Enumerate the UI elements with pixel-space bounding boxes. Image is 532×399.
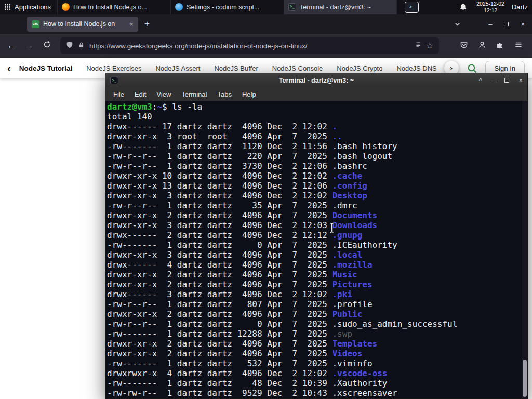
ls-entry: drwxr-xr-x 2 dartz dartz 4096 Apr 7 2025… [107, 309, 520, 319]
ls-entry: drwxr-xr-x 2 dartz dartz 4096 Apr 7 2025… [107, 349, 520, 358]
ls-entry: -rw------- 1 dartz dartz 48 Dec 2 10:39 … [107, 378, 520, 388]
ls-entry: -rw------- 1 dartz dartz 0 Apr 7 2025 .I… [107, 240, 520, 250]
terminal-menubar: FileEditViewTerminalTabsHelp [105, 87, 527, 101]
settings-icon [175, 3, 183, 11]
firefox-icon [62, 3, 70, 11]
menu-icon[interactable] [514, 41, 523, 51]
menu-edit[interactable]: Edit [129, 90, 151, 98]
ls-entry: drwx------ 3 dartz dartz 4096 Dec 2 12:0… [107, 289, 520, 299]
clock-date: 2025-12-02 [476, 1, 504, 7]
close-window-icon[interactable]: × [518, 76, 523, 84]
nav-item[interactable]: NodeJS Console [272, 64, 323, 72]
ls-entry: -rw-r--r-- 1 dartz dartz 807 Apr 7 2025 … [107, 299, 520, 309]
nav-item[interactable]: NodeJS Exercises [86, 64, 141, 72]
ls-entry: drwxr-xr-x 3 dartz dartz 4096 Dec 2 12:0… [107, 191, 520, 201]
menu-help[interactable]: Help [237, 90, 261, 98]
ls-entry: drwxr-xr-x 3 dartz dartz 4096 Dec 2 12:0… [107, 220, 520, 230]
ls-entry: drwxr-xr-x 3 dartz dartz 4096 Apr 7 2025… [107, 250, 520, 260]
menu-file[interactable]: File [108, 90, 129, 98]
url-text[interactable]: https://www.geeksforgeeks.org/node-js/in… [89, 42, 410, 50]
taskbar-button-terminal[interactable]: >_Terminal - dartz@vm3: ~ [284, 0, 397, 14]
forward-button[interactable]: → [23, 41, 35, 51]
ls-entry: -rw-rw-r-- 1 dartz dartz 9529 Dec 2 10:4… [107, 388, 520, 398]
scrollbar-thumb[interactable] [523, 360, 527, 397]
nav-item[interactable]: NodeJS Crypto [337, 64, 382, 72]
firefox-tab-bar: How to Install Node.js on × + – × [0, 14, 532, 34]
nav-scroll-left-icon[interactable]: ‹ [7, 63, 11, 73]
pocket-icon[interactable] [460, 41, 468, 51]
tracking-shield-icon[interactable] [66, 41, 73, 50]
terminal-window-icon: >_ [110, 77, 118, 84]
ls-entry: -rw-r--r-- 1 dartz dartz 3730 Dec 2 12:0… [107, 161, 520, 171]
ls-entry: drwxr-xr-x 2 dartz dartz 4096 Apr 7 2025… [107, 210, 520, 220]
ls-entry: drwxr-xr-x 2 dartz dartz 4096 Apr 7 2025… [107, 339, 520, 349]
nav-item[interactable]: NodeJS Tutorial [19, 64, 73, 72]
maximize-window-icon[interactable] [504, 78, 509, 83]
panel-clock[interactable]: 2025-12-02 12:12 [476, 1, 504, 14]
terminal-icon: >_ [288, 3, 296, 11]
ls-entry: -rw-r--r-- 1 dartz dartz 220 Apr 7 2025 … [107, 151, 520, 161]
extensions-icon[interactable] [496, 41, 504, 51]
terminal-listing: drwx------ 17 dartz dartz 4096 Dec 2 12:… [107, 122, 520, 398]
prompt-line: dartz@vm3:~$ ls -la [107, 102, 520, 112]
url-bar[interactable]: https://www.geeksforgeeks.org/node-js/in… [60, 37, 439, 54]
nav-item[interactable]: NodeJS DNS [396, 64, 436, 72]
panel-user-label: Dartz [512, 3, 528, 11]
prompt-user-host: dartz@vm3 [107, 102, 152, 112]
applications-label: Applications [15, 3, 51, 11]
prompt-path: ~ [157, 102, 162, 112]
nav-item[interactable]: NodeJS Assert [155, 64, 200, 72]
ls-entry: drwx------ 17 dartz dartz 4096 Dec 2 12:… [107, 122, 520, 131]
account-icon[interactable] [478, 41, 486, 51]
ls-entry: -rw------- 1 dartz dartz 532 Apr 7 2025 … [107, 358, 520, 368]
ls-entry: drwxr-xr-x 3 root root 4096 Apr 7 2025 .… [107, 131, 520, 141]
taskbar-button-title: Terminal - dartz@vm3: ~ [300, 4, 371, 11]
ls-entry: -rw------- 1 dartz dartz 12288 Apr 7 202… [107, 329, 520, 339]
reload-button[interactable] [41, 41, 53, 51]
ls-entry: -rw-r--r-- 1 dartz dartz 0 Apr 7 2025 .s… [107, 319, 520, 329]
list-all-tabs-icon[interactable] [454, 20, 461, 28]
applications-menu-button[interactable]: Applications [0, 0, 57, 14]
terminal-window: >_ Terminal - dartz@vm3: ~ ^ – × FileEdi… [105, 73, 528, 399]
lock-icon[interactable] [78, 41, 85, 50]
firefox-window-controls: – × [488, 20, 525, 28]
menu-view[interactable]: View [151, 90, 176, 98]
menu-tabs[interactable]: Tabs [212, 90, 236, 98]
shade-window-icon[interactable]: ^ [479, 76, 482, 84]
total-line: total 140 [107, 112, 520, 122]
gfg-favicon [32, 20, 39, 28]
terminal-scrollbar[interactable] [522, 101, 527, 398]
bookmark-star-icon[interactable]: ☆ [427, 41, 433, 50]
terminal-titlebar[interactable]: >_ Terminal - dartz@vm3: ~ ^ – × [105, 73, 527, 87]
browser-tab[interactable]: How to Install Node.js on × [27, 17, 138, 32]
site-nav-items: NodeJS TutorialNodeJS ExercisesNodeJS As… [19, 64, 443, 72]
taskbar-button-firefox[interactable]: How to Install Node.js o... [57, 0, 170, 14]
typed-command: ls -la [172, 102, 202, 112]
reader-view-icon[interactable] [415, 41, 422, 50]
taskbar-button-settings[interactable]: Settings - codium script... [170, 0, 284, 14]
ls-entry: drwxr-xr-x 10 dartz dartz 4096 Dec 2 12:… [107, 171, 520, 181]
tab-title: How to Install Node.js on [43, 20, 124, 28]
close-tab-icon[interactable]: × [127, 20, 134, 28]
ls-entry: drwx------ 2 dartz dartz 4096 Dec 2 12:1… [107, 230, 520, 240]
nav-item[interactable]: NodeJS Buffer [214, 64, 258, 72]
taskbar-button-title: How to Install Node.js o... [73, 4, 147, 11]
search-icon[interactable] [467, 63, 477, 73]
back-button[interactable]: ← [5, 41, 18, 51]
new-tab-button[interactable]: + [144, 19, 150, 29]
ls-entry: drwxr-xr-x 2 dartz dartz 4096 Apr 7 2025… [107, 280, 520, 289]
terminal-screen[interactable]: dartz@vm3:~$ ls -la total 140 drwx------… [105, 101, 527, 398]
notifications-bell-icon[interactable] [459, 3, 467, 11]
maximize-window-icon[interactable] [504, 22, 509, 26]
ls-entry: -rw-r--r-- 1 dartz dartz 35 Apr 7 2025 .… [107, 201, 520, 210]
terminal-window-title: Terminal - dartz@vm3: ~ [105, 77, 527, 84]
toolbar-right-icons [460, 41, 527, 51]
close-window-icon[interactable]: × [521, 20, 525, 28]
terminal-tray-icon[interactable]: >_ [405, 2, 419, 13]
terminal-window-controls: ^ – × [479, 76, 523, 84]
minimize-window-icon[interactable]: – [491, 76, 495, 84]
minimize-window-icon[interactable]: – [488, 20, 492, 28]
menu-terminal[interactable]: Terminal [176, 90, 212, 98]
ls-entry: drwxr-xr-x 2 dartz dartz 4096 Apr 7 2025… [107, 270, 520, 280]
taskbar: How to Install Node.js o...Settings - co… [57, 0, 397, 14]
